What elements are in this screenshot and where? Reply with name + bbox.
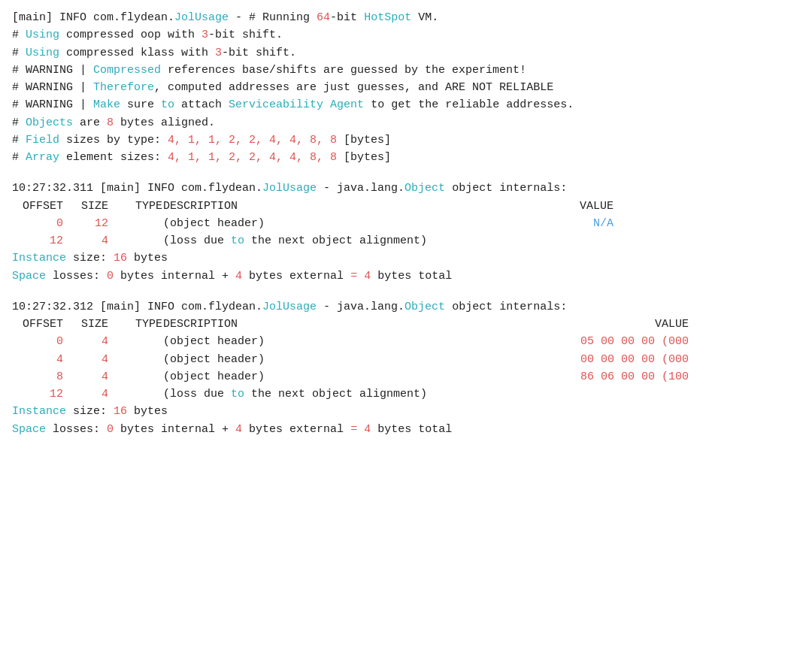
s1-eq: = [350, 270, 357, 283]
s2-external-val: 4 [235, 423, 242, 436]
s1r1-value: N/A [478, 215, 614, 232]
log-line-4: # WARNING | Compressed references base/s… [12, 62, 800, 79]
s2r3-offset: 8 [12, 368, 63, 385]
s1r1-desc: (object header) [162, 215, 478, 232]
s1r2-to: to [231, 234, 244, 247]
l1-p5: -bit [330, 11, 364, 24]
s2-size-value: 16 [114, 405, 127, 418]
l5-p1: # WARNING | [12, 81, 93, 94]
log-line-6: # WARNING | Make sure to attach Servicea… [12, 96, 800, 113]
l3-p4: 3 [215, 47, 222, 59]
s2r1-desc: (object header) [162, 333, 478, 350]
s2-losses-text: losses: [46, 423, 107, 436]
s2r3-size: 4 [63, 368, 108, 385]
l6-p3: sure [120, 98, 161, 111]
s2-bytes-text: bytes [127, 405, 168, 418]
l1-p1: [main] INFO com.flydean. [12, 11, 174, 24]
s1-losses-text: losses: [46, 270, 107, 283]
l2-p2: Using [26, 29, 59, 41]
s2h-p4: Object [404, 301, 445, 313]
l6-p2: Make [93, 98, 120, 111]
log-line-2: # Using compressed oop with 3-bit shift. [12, 26, 800, 44]
col-value-label: VALUE [478, 198, 614, 215]
section2-row-1: 0 4 (object header)05 00 00 00 (000 [12, 333, 800, 350]
s2r1-offset: 0 [12, 333, 63, 350]
l7-p1: # [12, 116, 26, 129]
l2-p3: compressed oop with [59, 29, 201, 41]
l5-p2: Therefore [93, 81, 154, 94]
col-desc-label: DESCRIPTION [162, 198, 478, 215]
l4-p3: references base/shifts are guessed by th… [161, 64, 526, 77]
l8-p4: 4, 1, 1, 2, 2, 4, 4, 8, 8 [168, 134, 337, 147]
section1-row-2: 12 4 (loss due to the next object alignm… [12, 232, 800, 249]
s2-col-offset-label: OFFSET [12, 316, 63, 333]
s2-col-desc-label: DESCRIPTION [162, 316, 478, 333]
s1-external-val: 4 [235, 270, 242, 283]
s1h-p1: 10:27:32.311 [main] INFO com.flydean. [12, 182, 262, 195]
s2r4-to: to [231, 388, 244, 401]
s2-eq-space [357, 423, 364, 436]
section2-row-4: 12 4 (loss due to the next object alignm… [12, 385, 800, 403]
s1h-p2: JolUsage [262, 182, 317, 195]
l8-p5: [bytes] [337, 134, 391, 147]
s2r2-offset: 4 [12, 351, 63, 368]
l6-p1: # WARNING | [12, 98, 93, 111]
l4-p1: # WARNING | [12, 64, 93, 77]
l6-p5: attach [174, 98, 229, 111]
l3-p2: Using [26, 47, 59, 59]
section2-row-3: 8 4 (object header)86 06 00 00 (100 [12, 368, 800, 385]
col-offset-label: OFFSET [12, 198, 63, 215]
l2-p1: # [12, 29, 26, 41]
output-container: [main] INFO com.flydean.JolUsage - # Run… [12, 9, 800, 438]
l9-p4: 4, 1, 1, 2, 2, 4, 4, 8, 8 [168, 151, 337, 164]
l1-p3: - # Running [229, 11, 317, 24]
s2-size-text: size: [66, 405, 114, 418]
s1r1-offset: 0 [12, 215, 63, 232]
s1-total-text: bytes total [371, 270, 452, 283]
s1-eq-space [357, 270, 364, 283]
log-line-3: # Using compressed klass with 3-bit shif… [12, 44, 800, 62]
l9-p2: Array [26, 151, 59, 164]
s2r3-value: 86 06 00 00 (100 [478, 368, 689, 385]
s2h-p2: JolUsage [262, 301, 317, 313]
s2r2-value: 00 00 00 00 (000 [478, 351, 689, 368]
s2-internal-text: bytes internal + [114, 423, 235, 436]
s2-external-text: bytes external [242, 423, 350, 436]
section1: 10:27:32.311 [main] INFO com.flydean.Jol… [12, 180, 800, 285]
section1-row-1: 0 12 (object header)N/A [12, 215, 800, 232]
s2r1-size: 4 [63, 333, 108, 350]
s2r4-desc: (loss due to the next object alignment) [162, 385, 478, 403]
s1-size-text: size: [66, 252, 114, 265]
l3-p5: -bit shift. [222, 47, 296, 59]
s2-eq: = [350, 423, 357, 436]
l1-p2: JolUsage [174, 11, 229, 24]
section2: 10:27:32.312 [main] INFO com.flydean.Jol… [12, 298, 800, 438]
s2-total-val: 4 [364, 423, 371, 436]
l1-p7: VM. [411, 11, 438, 24]
s1h-p4: Object [404, 182, 445, 195]
section1-header: 10:27:32.311 [main] INFO com.flydean.Jol… [12, 180, 800, 197]
s2-total-text: bytes total [371, 423, 452, 436]
s1-instance-label: Instance [12, 252, 66, 265]
l6-p7: to get the reliable addresses. [364, 98, 574, 111]
l4-p2: Compressed [93, 64, 161, 77]
s2-col-value-label: VALUE [478, 316, 689, 333]
s2h-p1: 10:27:32.312 [main] INFO com.flydean. [12, 301, 262, 313]
l6-p4: to [161, 98, 174, 111]
s1-space-label: Space [12, 270, 46, 283]
l1-p6: HotSpot [364, 11, 411, 24]
l3-p1: # [12, 47, 26, 59]
l2-p4: 3 [201, 29, 208, 41]
s2-col-type-label: TYPE [108, 316, 162, 333]
l5-p3: , computed addresses are just guesses, a… [154, 81, 553, 94]
log-line-9: # Array element sizes: 4, 1, 1, 2, 2, 4,… [12, 149, 800, 166]
section1-instance-size: Instance size: 16 bytes [12, 249, 800, 267]
l9-p1: # [12, 151, 26, 164]
section2-col-headers: OFFSET SIZE TYPE DESCRIPTIONVALUE [12, 316, 800, 333]
s1-internal-text: bytes internal + [114, 270, 235, 283]
log-line-8: # Field sizes by type: 4, 1, 1, 2, 2, 4,… [12, 132, 800, 149]
section1-space-losses: Space losses: 0 bytes internal + 4 bytes… [12, 268, 800, 285]
l8-p3: sizes by type: [59, 134, 168, 147]
s2r4-offset: 12 [12, 385, 63, 403]
l2-p5: -bit shift. [208, 29, 283, 41]
